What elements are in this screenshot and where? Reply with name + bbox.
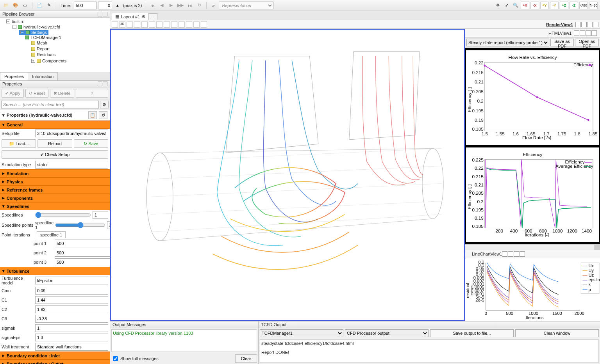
c3-input[interactable]: [35, 315, 108, 323]
section-speedlines[interactable]: ▾Speedlines: [0, 202, 110, 210]
frame-up-icon[interactable]: ▴: [114, 2, 121, 9]
c2-input[interactable]: [35, 305, 108, 313]
close-tab-icon[interactable]: ⊗: [142, 14, 145, 19]
html-scrollbar[interactable]: [465, 244, 600, 250]
tree-settings[interactable]: Settings: [31, 30, 47, 35]
tree-manager[interactable]: TCFDManager1: [30, 35, 61, 40]
turb-model-input[interactable]: [35, 277, 108, 284]
tree-mesh[interactable]: Mesh: [37, 41, 47, 45]
delete-button[interactable]: ✖ Delete: [50, 89, 74, 98]
vcr-last-icon[interactable]: ⏭: [186, 2, 194, 9]
tree-root[interactable]: builtin:: [12, 19, 24, 24]
axis-minus-y[interactable]: -Y: [550, 2, 559, 9]
split-v-icon[interactable]: [508, 251, 513, 257]
vcr-loop-icon[interactable]: ↻: [195, 2, 203, 9]
point3-input[interactable]: [55, 258, 110, 266]
pipeline-tree[interactable]: –builtin: –hydraulic-valve.tcfd –Setting…: [0, 18, 110, 72]
split-v-icon[interactable]: [581, 22, 587, 27]
vcr-play-icon[interactable]: ▶: [167, 2, 175, 9]
load-button[interactable]: 📁 Load...: [2, 139, 36, 148]
point2-input[interactable]: [55, 249, 110, 257]
section-ref-frames[interactable]: ▸Reference frames: [0, 186, 110, 194]
section-bc-outlet[interactable]: ▸Boundary condition : Outlet: [0, 360, 110, 364]
save-button[interactable]: ↻ Save: [74, 139, 108, 148]
more-icon[interactable]: »: [210, 3, 217, 8]
setup-file-input[interactable]: [35, 130, 108, 137]
zoom-fit-icon[interactable]: ⤢: [503, 2, 511, 9]
vcr-prev-icon[interactable]: ◀: [158, 2, 166, 9]
save-pdf-button[interactable]: Save as PDF: [550, 39, 574, 46]
section-general[interactable]: ▾General: [0, 121, 110, 129]
section-components[interactable]: ▸Components: [0, 194, 110, 202]
close-icon[interactable]: [103, 12, 107, 16]
rotate-cw[interactable]: ↻-90: [589, 2, 598, 9]
section-bc-inlet[interactable]: ▸Boundary condition : Inlet: [0, 352, 110, 360]
speedline-points-slider[interactable]: [55, 222, 105, 228]
speedline-tab[interactable]: speedline 1: [37, 231, 66, 238]
apply-button[interactable]: ✔ Apply: [2, 89, 24, 98]
axis-plus-z[interactable]: +Z: [560, 2, 568, 9]
tree-components[interactable]: Components: [42, 59, 66, 63]
speedlines-slider[interactable]: [35, 212, 91, 218]
clear-messages-button[interactable]: Clear: [235, 354, 257, 363]
clean-window-button[interactable]: Clean window: [515, 329, 599, 337]
tcfd-output-body[interactable]: steadystate-tcfdcase4-efficiency1/tcfdca…: [260, 339, 599, 363]
axis-plus-x[interactable]: +X: [521, 2, 529, 9]
layout-tab-1[interactable]: ▦ Layout #1 ⊗: [112, 13, 149, 20]
representation-select[interactable]: Representation: [219, 2, 273, 9]
cmu-input[interactable]: [35, 287, 108, 295]
rotate-ccw[interactable]: ↺90: [579, 2, 588, 9]
view-toggle-icon[interactable]: [193, 21, 200, 28]
properties-search[interactable]: [1, 101, 99, 108]
view-3d-icon[interactable]: 3D: [119, 21, 125, 28]
palette-icon[interactable]: 🎨: [12, 2, 20, 9]
close-view-icon[interactable]: [593, 22, 598, 27]
open-icon[interactable]: 📂: [2, 2, 10, 9]
c1-input[interactable]: [35, 296, 108, 304]
undock-icon[interactable]: [98, 12, 102, 16]
maximize-icon[interactable]: [514, 251, 519, 257]
render-view[interactable]: [110, 29, 465, 321]
speedline-points-value[interactable]: [107, 221, 110, 229]
close-view-icon[interactable]: [520, 251, 525, 257]
maximize-icon[interactable]: [586, 30, 591, 36]
axis-plus-y[interactable]: +Y: [540, 2, 549, 9]
vcr-first-icon[interactable]: ⏮: [148, 2, 156, 9]
view-pick-icon[interactable]: [164, 21, 170, 28]
speedlines-value[interactable]: [93, 211, 108, 219]
check-setup-button[interactable]: ✔ Check Setup: [2, 150, 108, 159]
save-output-button[interactable]: Save output to file...: [430, 329, 514, 337]
split-v-icon[interactable]: [580, 30, 585, 36]
view-grid-icon[interactable]: [127, 21, 133, 28]
add-layout-tab[interactable]: +: [148, 13, 157, 20]
wall-input[interactable]: [35, 343, 108, 351]
split-h-icon[interactable]: [575, 22, 581, 27]
close-view-icon[interactable]: [591, 30, 597, 36]
copy-icon[interactable]: 📋: [88, 111, 97, 119]
properties-header[interactable]: ▾Properties (hydraulic-valve.tcfd) 📋 ↺: [0, 110, 110, 121]
sigmak-input[interactable]: [35, 324, 108, 332]
reset-button[interactable]: ↺ Reset: [25, 89, 48, 98]
view-ruler-icon[interactable]: [134, 21, 140, 28]
view-clear-icon[interactable]: [201, 21, 207, 28]
section-physics[interactable]: ▸Physics: [0, 178, 110, 186]
doc-icon[interactable]: 📄: [36, 2, 43, 9]
view-slice-icon[interactable]: [186, 21, 192, 28]
open-pdf-button[interactable]: Open as PDF: [575, 39, 599, 46]
split-h-icon[interactable]: [574, 30, 579, 36]
close-icon[interactable]: [103, 82, 107, 86]
tree-file[interactable]: hydraulic-valve.tcfd: [23, 25, 60, 29]
extrude-icon[interactable]: ▭: [21, 2, 29, 9]
tree-residuals[interactable]: Residuals: [37, 52, 55, 57]
view-sel-icon[interactable]: [156, 21, 162, 28]
tcfd-manager-select[interactable]: TCFDManager1: [260, 329, 343, 337]
view-probe-icon[interactable]: [171, 21, 177, 28]
time-input[interactable]: [74, 2, 96, 9]
undock-icon[interactable]: [98, 82, 102, 86]
show-full-checkbox[interactable]: [113, 356, 118, 361]
point1-input[interactable]: [55, 240, 110, 247]
axis-minus-z[interactable]: -Z: [570, 2, 578, 9]
split-h-icon[interactable]: [502, 251, 507, 257]
zoom-sel-icon[interactable]: 🔍: [512, 2, 520, 9]
sigmaeps-input[interactable]: [35, 334, 108, 341]
